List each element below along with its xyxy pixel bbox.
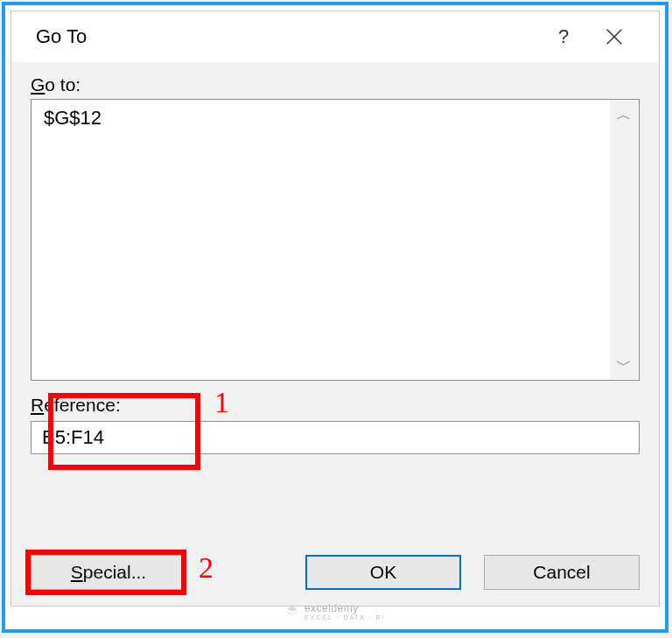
dialog-content: Go to: $G$12 ︿ ﹀ 1 Reference: <box>11 62 659 530</box>
dialog-title: Go To <box>36 25 538 48</box>
screenshot-frame: Go To ? Go to: $G$12 ︿ ﹀ <box>2 2 668 633</box>
logo-icon <box>285 605 299 619</box>
goto-dialog: Go To ? Go to: $G$12 ︿ ﹀ <box>10 11 660 606</box>
watermark: exceldemy EXCEL · DATA · BI <box>285 602 385 620</box>
dialog-titlebar: Go To ? <box>11 11 659 62</box>
dialog-button-row: 2 Special... OK Cancel <box>11 530 659 606</box>
chevron-up-icon[interactable]: ︿ <box>616 104 632 125</box>
cancel-button[interactable]: Cancel <box>484 555 640 590</box>
help-button[interactable]: ? <box>538 11 589 62</box>
list-item[interactable]: $G$12 <box>44 107 600 130</box>
special-button[interactable]: Special... <box>31 555 186 590</box>
listbox-scrollbar[interactable]: ︿ ﹀ <box>610 101 638 379</box>
goto-label: Go to: <box>31 74 640 95</box>
annotation-number-1: 1 <box>214 386 229 419</box>
ok-button[interactable]: OK <box>305 555 461 590</box>
reference-label: Reference: <box>31 395 640 416</box>
close-button[interactable] <box>589 11 640 62</box>
close-icon <box>605 27 624 46</box>
reference-input[interactable] <box>31 421 640 454</box>
chevron-down-icon[interactable]: ﹀ <box>616 354 632 375</box>
goto-listbox[interactable]: $G$12 ︿ ﹀ <box>31 99 640 381</box>
annotation-number-2: 2 <box>199 551 214 585</box>
reference-row: 1 Reference: <box>31 395 640 454</box>
